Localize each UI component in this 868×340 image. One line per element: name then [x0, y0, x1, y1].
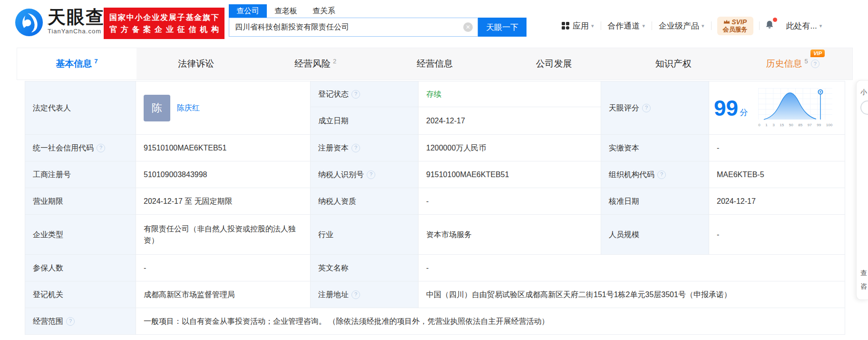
tab-label: 知识产权: [655, 58, 692, 70]
status-badge: 存续: [426, 89, 441, 100]
tab-label: 经营风险: [294, 58, 331, 70]
avatar[interactable]: 陈: [144, 95, 170, 121]
tianyancha-logo[interactable]: 天眼查 TianYanCha.com: [14, 8, 105, 39]
help-icon[interactable]: ?: [66, 317, 75, 326]
search-tab-boss[interactable]: 查老板: [267, 4, 305, 18]
nav-enterprise-label: 企业级产品: [659, 20, 699, 31]
field-credit-code-value: 91510100MAE6KTEB51: [136, 135, 311, 161]
toolbar-fragment: 小: [860, 88, 867, 97]
help-icon[interactable]: ?: [367, 170, 375, 179]
floating-side-toolbar[interactable]: 小 查 咨: [856, 80, 868, 300]
field-registration-authority-value: 成都高新区市场监督管理局: [136, 281, 311, 308]
field-company-type-value: 有限责任公司（非自然人投资或控股的法人独资）: [136, 215, 311, 255]
grid-icon: [561, 21, 570, 30]
field-legal-rep-label: 法定代表人: [25, 81, 136, 135]
svip-label: SVIP: [731, 19, 747, 26]
nav-apps[interactable]: 应用 ▾: [555, 20, 601, 31]
tab-intellectual-property[interactable]: 知识产权: [614, 48, 733, 80]
field-taxpayer-id-value: 91510100MAE6KTEB51: [419, 161, 601, 188]
search-input[interactable]: [229, 23, 463, 31]
tab-business-info[interactable]: 经营信息: [375, 48, 495, 80]
nav-user-menu[interactable]: 此处有... ▾: [780, 20, 829, 31]
field-insured-count-value: -: [136, 255, 311, 281]
nav-partner-label: 合作通道: [608, 20, 640, 31]
field-staff-size-value: -: [709, 215, 845, 255]
field-score-label: 天眼评分 ?: [601, 81, 709, 135]
search-button[interactable]: 天眼一下: [478, 18, 527, 37]
field-taxpayer-quality-label: 纳税人资质: [311, 188, 419, 215]
tab-history-info[interactable]: VIP 历史信息 5 ?: [733, 48, 852, 80]
nav-apps-label: 应用: [573, 20, 589, 31]
search-tab-company[interactable]: 查公司: [229, 4, 267, 18]
field-industry-label: 行业: [311, 215, 419, 255]
help-icon[interactable]: ?: [97, 144, 105, 152]
nav-partner-channel[interactable]: 合作通道 ▾: [601, 20, 652, 31]
page: 天眼查 TianYanCha.com 国家中小企业发展子基金旗下 官方备案企业征…: [0, 0, 868, 340]
tianyancha-logo-icon: [14, 8, 44, 39]
divider: [759, 21, 760, 30]
field-business-term-value: 2024-12-17 至 无固定期限: [136, 188, 311, 215]
field-business-scope-value: 一般项目：以自有资金从事投资活动；企业管理咨询。 （除依法须经批准的项目外，凭营…: [136, 308, 845, 335]
tab-count: 7: [94, 58, 98, 65]
field-org-code-value: MAE6KTEB-5: [709, 161, 845, 188]
field-registered-capital-value: 1200000万人民币: [419, 135, 601, 161]
field-registered-address-value: 中国（四川）自由贸易试验区成都高新区天府二街151号1栋2单元35层3501号（…: [419, 281, 845, 308]
tab-label: 公司发展: [536, 58, 572, 70]
tab-count: 2: [333, 58, 336, 65]
tab-basic-info[interactable]: 基本信息 7: [17, 48, 137, 80]
help-icon[interactable]: ?: [351, 144, 360, 152]
logo-brand-text: 天眼查: [48, 8, 105, 27]
search-box: ✕: [229, 18, 478, 37]
score-unit: 分: [740, 107, 748, 119]
field-reg-number-value: 510109003843998: [136, 161, 311, 188]
field-org-code-label: 组织机构代码 ?: [601, 161, 709, 188]
toolbar-circle-icon: [860, 100, 868, 115]
field-established-label: 成立日期: [311, 107, 419, 135]
chevron-down-icon: ▾: [591, 23, 594, 29]
tab-count: 5: [804, 58, 808, 65]
search-type-tabs: 查公司 查老板 查关系: [229, 4, 343, 18]
notifications-bell[interactable]: [764, 20, 775, 32]
field-registered-capital-label: 注册资本 ?: [311, 135, 419, 161]
field-approval-date-label: 核准日期: [601, 188, 709, 215]
search-tab-relation[interactable]: 查关系: [305, 4, 343, 18]
field-registered-address-label: 注册地址 ?: [311, 281, 419, 308]
logo-domain-text: TianYanCha.com: [48, 28, 105, 35]
gov-certification-badge: 国家中小企业发展子基金旗下 官方备案企业征信机构: [104, 8, 224, 39]
help-icon[interactable]: ?: [642, 104, 651, 112]
toolbar-fragment: 查: [860, 269, 867, 278]
chevron-down-icon: ▾: [819, 23, 822, 29]
field-taxpayer-quality-value: -: [419, 188, 601, 215]
field-taxpayer-id-label: 纳税人识别号 ?: [311, 161, 419, 188]
field-english-name-label: 英文名称: [311, 255, 419, 281]
gov-badge-line1: 国家中小企业发展子基金旗下: [109, 11, 219, 23]
score-number: 99: [714, 97, 738, 119]
help-icon[interactable]: ?: [351, 90, 360, 99]
field-industry-value: 资本市场服务: [419, 215, 601, 255]
field-credit-code-label: 统一社会信用代码 ?: [25, 135, 136, 161]
help-icon[interactable]: ?: [351, 290, 360, 299]
svip-membership-badge[interactable]: SVIP 会员服务: [717, 17, 753, 35]
field-company-type-label: 企业类型: [25, 215, 136, 255]
tab-label: 历史信息: [766, 58, 802, 70]
tab-operating-risk[interactable]: 经营风险 2: [256, 48, 375, 80]
help-icon[interactable]: ?: [657, 170, 666, 179]
field-score-value: 99 分: [709, 81, 845, 135]
field-reg-number-label: 工商注册号: [25, 161, 136, 188]
section-tabbar: 基本信息 7 法律诉讼 经营风险 2 经营信息 公司发展 知识产权 VIP 历史…: [17, 48, 853, 80]
gov-badge-line2: 官方备案企业征信机构: [109, 23, 219, 35]
svip-service-label: 会员服务: [723, 26, 748, 33]
tab-label: 基本信息: [56, 58, 92, 70]
help-icon[interactable]: ?: [811, 60, 819, 68]
tab-company-development[interactable]: 公司发展: [494, 48, 614, 80]
field-business-scope-label: 经营范围 ?: [25, 308, 136, 335]
field-registration-status-value: 存续: [419, 81, 601, 107]
clear-search-icon[interactable]: ✕: [463, 22, 473, 32]
tab-legal-proceedings[interactable]: 法律诉讼: [137, 48, 256, 80]
nav-user-label: 此处有...: [786, 20, 817, 31]
field-paid-in-capital-label: 实缴资本: [601, 135, 709, 161]
nav-enterprise-products[interactable]: 企业级产品 ▾: [652, 20, 711, 31]
legal-rep-link[interactable]: 陈庆红: [177, 102, 200, 114]
field-legal-rep-value: 陈 陈庆红: [136, 81, 311, 135]
crown-icon: [723, 20, 730, 24]
